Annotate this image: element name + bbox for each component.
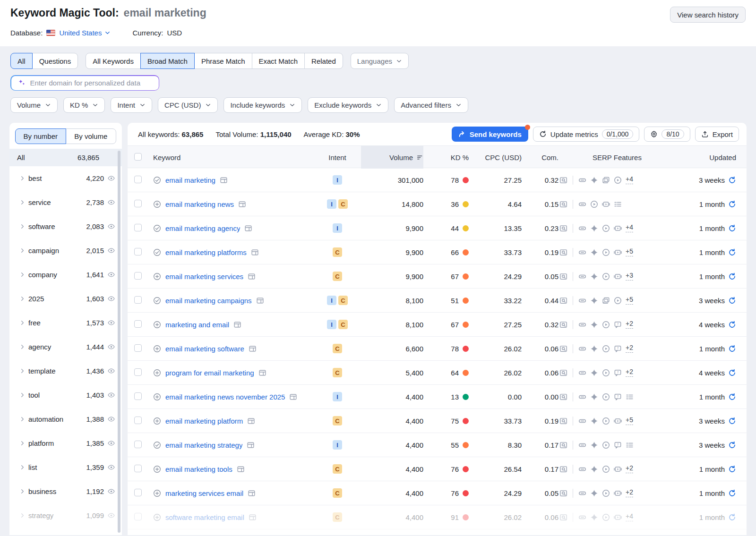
eye-icon[interactable] xyxy=(107,511,115,519)
open-serp-icon[interactable] xyxy=(289,393,297,401)
row-checkbox[interactable] xyxy=(134,248,142,255)
refresh-metrics-icon[interactable] xyxy=(728,176,736,184)
toggle-by-volume[interactable]: By volume xyxy=(66,128,117,144)
serp-more-count[interactable]: +4 xyxy=(626,513,633,521)
row-checkbox[interactable] xyxy=(134,465,142,472)
sidebar-item-platform[interactable]: platform1,385 xyxy=(9,431,122,455)
eye-icon[interactable] xyxy=(107,295,115,303)
serp-more-count[interactable]: +2 xyxy=(626,344,633,353)
refresh-metrics-icon[interactable] xyxy=(728,465,736,473)
keyword-link[interactable]: email marketing software xyxy=(165,345,244,353)
chevron-right-icon[interactable] xyxy=(16,199,28,205)
refresh-metrics-icon[interactable] xyxy=(728,489,736,497)
column-header-com[interactable]: Com. xyxy=(541,153,558,162)
keyword-link[interactable]: email marketing campaigns xyxy=(165,297,252,305)
database-value[interactable]: United States xyxy=(59,29,102,37)
refresh-metrics-icon[interactable] xyxy=(728,345,736,353)
serp-preview-icon[interactable] xyxy=(559,465,567,473)
serp-more-count[interactable]: +2 xyxy=(626,489,633,497)
refresh-metrics-icon[interactable] xyxy=(728,513,736,521)
sidebar-item-campaign[interactable]: campaign2,015 xyxy=(9,238,122,263)
serp-preview-icon[interactable] xyxy=(559,176,567,184)
toggle-by-number[interactable]: By number xyxy=(15,128,66,144)
serp-more-count[interactable]: +2 xyxy=(626,320,633,329)
tab-all-keywords[interactable]: All Keywords xyxy=(86,53,141,69)
refresh-metrics-icon[interactable] xyxy=(728,297,736,305)
add-keyword-icon[interactable] xyxy=(153,272,161,281)
serp-preview-icon[interactable] xyxy=(559,489,567,497)
serp-preview-icon[interactable] xyxy=(559,200,567,208)
serp-more-count[interactable]: +3 xyxy=(626,272,633,281)
domain-input[interactable]: Enter domain for personalized data xyxy=(10,75,159,91)
chevron-right-icon[interactable] xyxy=(16,392,28,398)
tab-questions[interactable]: Questions xyxy=(32,53,78,69)
serp-more-count[interactable]: +5 xyxy=(626,248,633,256)
open-serp-icon[interactable] xyxy=(248,272,256,281)
open-serp-icon[interactable] xyxy=(220,176,228,184)
keyword-link[interactable]: software marketing email xyxy=(165,513,244,521)
add-keyword-icon[interactable] xyxy=(153,489,161,497)
refresh-metrics-icon[interactable] xyxy=(728,321,736,329)
open-serp-icon[interactable] xyxy=(249,345,257,353)
row-checkbox[interactable] xyxy=(134,320,142,328)
open-serp-icon[interactable] xyxy=(233,321,241,329)
serp-preview-icon[interactable] xyxy=(559,345,567,353)
eye-icon[interactable] xyxy=(107,222,115,230)
open-serp-icon[interactable] xyxy=(244,224,252,232)
filter-include-keywords[interactable]: Include keywords xyxy=(223,97,302,113)
keyword-link[interactable]: email marketing platform xyxy=(165,417,243,425)
row-checkbox[interactable] xyxy=(134,513,142,520)
add-keyword-icon[interactable] xyxy=(153,321,161,329)
row-checkbox[interactable] xyxy=(134,296,142,304)
refresh-metrics-icon[interactable] xyxy=(728,224,736,232)
filter-intent[interactable]: Intent xyxy=(111,97,152,113)
chevron-right-icon[interactable] xyxy=(16,247,28,254)
row-checkbox[interactable] xyxy=(134,200,142,207)
serp-more-count[interactable]: +5 xyxy=(626,417,633,425)
tab-broad-match[interactable]: Broad Match xyxy=(140,53,195,69)
keyword-link[interactable]: email marketing xyxy=(165,176,215,184)
sidebar-item-free[interactable]: free1,573 xyxy=(9,311,122,335)
filter-volume[interactable]: Volume xyxy=(10,97,58,113)
eye-icon[interactable] xyxy=(107,343,115,351)
chevron-right-icon[interactable] xyxy=(16,223,28,230)
keyword-in-list-icon[interactable] xyxy=(153,441,161,449)
serp-preview-icon[interactable] xyxy=(559,417,567,425)
chevron-right-icon[interactable] xyxy=(16,272,28,278)
refresh-metrics-icon[interactable] xyxy=(728,441,736,449)
eye-icon[interactable] xyxy=(107,319,115,327)
serp-more-count[interactable]: +4 xyxy=(626,176,633,184)
chevron-right-icon[interactable] xyxy=(16,464,28,470)
serp-preview-icon[interactable] xyxy=(559,513,567,521)
serp-preview-icon[interactable] xyxy=(559,441,567,449)
keyword-link[interactable]: program for email marketing xyxy=(165,369,254,377)
row-checkbox[interactable] xyxy=(134,417,142,424)
eye-icon[interactable] xyxy=(107,367,115,375)
refresh-metrics-icon[interactable] xyxy=(728,248,736,256)
keyword-link[interactable]: email marketing strategy xyxy=(165,441,242,449)
metrics-settings-button[interactable]: 8/10 xyxy=(644,127,690,142)
tab-exact-match[interactable]: Exact Match xyxy=(252,53,305,69)
row-checkbox[interactable] xyxy=(134,489,142,496)
chevron-right-icon[interactable] xyxy=(16,344,28,350)
row-checkbox[interactable] xyxy=(134,176,142,183)
send-keywords-button[interactable]: Send keywords xyxy=(452,127,528,142)
tab-related[interactable]: Related xyxy=(304,53,343,69)
sidebar-item-business[interactable]: business1,192 xyxy=(9,479,122,503)
tab-phrase-match[interactable]: Phrase Match xyxy=(194,53,252,69)
open-serp-icon[interactable] xyxy=(258,369,266,377)
eye-icon[interactable] xyxy=(107,271,115,279)
keyword-in-list-icon[interactable] xyxy=(153,176,161,184)
sidebar-item-agency[interactable]: agency1,444 xyxy=(9,335,122,359)
serp-preview-icon[interactable] xyxy=(559,297,567,305)
add-keyword-icon[interactable] xyxy=(153,465,161,473)
view-search-history-button[interactable]: View search history xyxy=(670,7,746,23)
row-checkbox[interactable] xyxy=(134,344,142,352)
sidebar-item-automation[interactable]: automation1,388 xyxy=(9,407,122,431)
refresh-metrics-icon[interactable] xyxy=(728,200,736,208)
row-checkbox[interactable] xyxy=(134,272,142,280)
serp-preview-icon[interactable] xyxy=(559,369,567,377)
sidebar-item-best[interactable]: best4,220 xyxy=(9,166,122,190)
chevron-right-icon[interactable] xyxy=(16,368,28,374)
chevron-right-icon[interactable] xyxy=(16,512,28,519)
